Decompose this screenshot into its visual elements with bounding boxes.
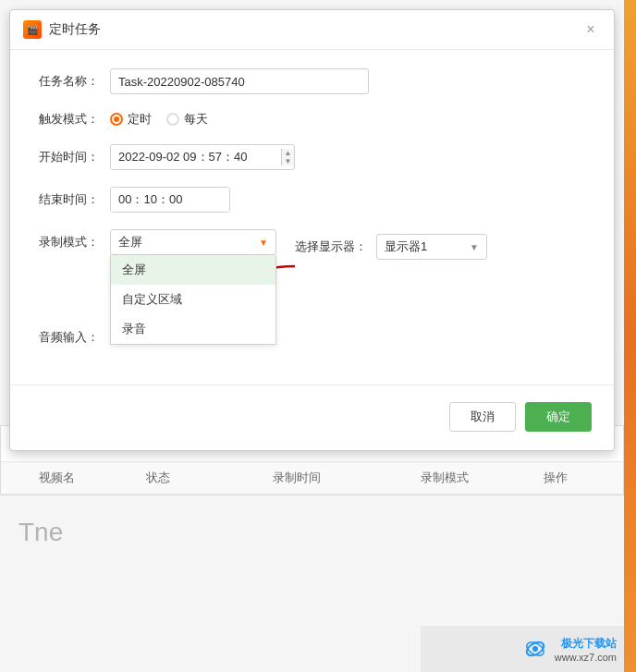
start-time-control: ▲ ▼: [110, 144, 592, 170]
trigger-mode-label: 触发模式：: [32, 111, 99, 128]
trigger-mode-group: 定时 每天: [110, 111, 592, 128]
monitor-arrow-icon: ▼: [470, 242, 479, 252]
trigger-mode-row: 触发模式： 定时 每天: [32, 111, 592, 128]
record-mode-value: 全屏: [118, 234, 142, 250]
monitor-select-area: 选择显示器： 显示器1 ▼: [295, 234, 487, 260]
monitor-select[interactable]: 显示器1 ▼: [376, 234, 487, 260]
end-time-input[interactable]: [111, 188, 230, 212]
dialog-footer: 取消 确定: [10, 389, 614, 450]
end-time-control: ▲ ▼: [110, 187, 592, 213]
radio-scheduled[interactable]: 定时: [110, 111, 152, 128]
dropdown-item-custom[interactable]: 自定义区域: [111, 285, 275, 314]
radio-scheduled-label: 定时: [128, 111, 152, 128]
start-time-label: 开始时间：: [32, 149, 99, 165]
start-time-row: 开始时间： ▲ ▼: [32, 144, 592, 170]
confirm-button[interactable]: 确定: [525, 402, 592, 432]
radio-daily-label: 每天: [184, 111, 208, 128]
task-table-header: 视频名 状态 录制时间 录制模式 操作: [1, 461, 623, 495]
start-time-down[interactable]: ▼: [282, 157, 294, 165]
radio-daily-circle: [166, 113, 179, 126]
dialog-body: 任务名称： 触发模式： 定时 每天 开始时间：: [10, 50, 614, 381]
record-mode-select[interactable]: 全屏 ▼: [110, 229, 276, 255]
watermark-line1: 极光下载站: [555, 636, 617, 652]
end-time-wrap: ▲ ▼: [110, 187, 230, 213]
end-time-label: 结束时间：: [32, 191, 99, 208]
dialog-icon: 🎬: [23, 20, 42, 39]
monitor-label: 选择显示器：: [295, 238, 367, 255]
dropdown-item-audio[interactable]: 录音: [111, 314, 275, 344]
task-name-label: 任务名称：: [32, 73, 99, 90]
record-mode-dropdown: 全屏 自定义区域 录音: [110, 255, 276, 345]
start-time-spinner: ▲ ▼: [281, 149, 294, 165]
dialog-title: 定时任务: [49, 21, 581, 38]
col-header-status: 状态: [112, 470, 204, 486]
col-header-mode: 录制模式: [389, 470, 500, 486]
start-time-wrap: ▲ ▼: [110, 144, 295, 170]
scheduled-task-dialog: 🎬 定时任务 × 任务名称： 触发模式： 定时 每天: [9, 9, 615, 451]
record-mode-row: 录制模式： 全屏 ▼ 全屏 自定义区域 录音: [32, 229, 592, 260]
audio-input-label: 音频输入：: [32, 329, 99, 346]
dialog-titlebar: 🎬 定时任务 ×: [10, 10, 614, 50]
svg-point-2: [532, 646, 538, 652]
right-sidebar-decoration: [624, 0, 636, 672]
watermark-line2: www.xz7.com: [555, 652, 617, 663]
col-header-op: 操作: [500, 470, 611, 486]
task-name-control: [110, 68, 592, 94]
monitor-value: 显示器1: [385, 238, 427, 255]
footer-divider: [10, 385, 614, 385]
watermark-area: 极光下载站 www.xz7.com: [421, 626, 624, 672]
start-time-input[interactable]: [111, 145, 281, 169]
dropdown-arrow-icon: ▼: [259, 238, 268, 248]
col-header-name: 视频名: [1, 470, 112, 486]
start-time-up[interactable]: ▲: [282, 149, 294, 157]
dropdown-item-fullscreen[interactable]: 全屏: [111, 255, 275, 285]
end-time-row: 结束时间： ▲ ▼: [32, 187, 592, 213]
record-mode-area: 全屏 ▼ 全屏 自定义区域 录音: [110, 229, 592, 260]
close-button[interactable]: ×: [581, 19, 601, 40]
tne-text: Tne: [18, 518, 63, 547]
task-name-row: 任务名称：: [32, 68, 592, 94]
record-mode-select-container: 全屏 ▼ 全屏 自定义区域 录音: [110, 229, 276, 255]
cancel-button[interactable]: 取消: [449, 402, 516, 432]
radio-daily[interactable]: 每天: [166, 111, 208, 128]
watermark-logo-icon: [521, 635, 549, 663]
record-mode-label: 录制模式：: [32, 234, 99, 250]
radio-scheduled-circle: [110, 113, 123, 126]
col-header-time: 录制时间: [204, 470, 389, 486]
task-name-input[interactable]: [110, 68, 369, 94]
